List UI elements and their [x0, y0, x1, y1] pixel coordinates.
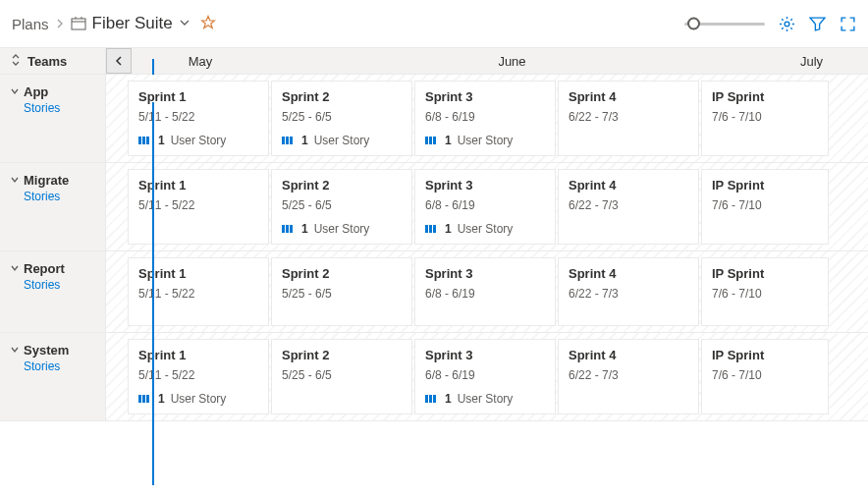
team-stories-link[interactable]: Stories: [24, 359, 97, 373]
teams-column-header[interactable]: Teams: [0, 48, 106, 74]
scroll-left-button[interactable]: [106, 48, 132, 74]
expand-all-icon[interactable]: [10, 54, 22, 69]
work-item-summary[interactable]: 1User Story: [425, 392, 545, 406]
sprint-title: Sprint 1: [138, 178, 258, 193]
sprint-dates: 6/22 - 7/3: [569, 198, 688, 212]
expand-icon[interactable]: [840, 16, 856, 32]
chevron-down-icon[interactable]: [10, 263, 20, 275]
work-item-summary[interactable]: 1User Story: [425, 134, 545, 147]
team-stories-link[interactable]: Stories: [24, 190, 97, 203]
svg-rect-9: [286, 137, 289, 144]
sprint-dates: 6/8 - 6/19: [425, 287, 545, 301]
favorite-star-icon[interactable]: [200, 15, 216, 33]
sprint-title: Sprint 2: [282, 348, 402, 362]
work-item-summary[interactable]: 1User Story: [138, 392, 258, 406]
sprint-card[interactable]: Sprint 15/11 - 5/221User Story: [128, 81, 269, 156]
sprint-card[interactable]: IP Sprint7/6 - 7/10: [701, 81, 829, 156]
header-actions: [684, 14, 856, 33]
user-story-icon: [425, 393, 439, 405]
user-story-icon: [282, 223, 296, 235]
sprint-card[interactable]: IP Sprint7/6 - 7/10: [701, 169, 829, 245]
sprint-card[interactable]: Sprint 25/25 - 6/5: [271, 339, 412, 414]
sprint-card[interactable]: Sprint 46/22 - 7/3: [558, 169, 699, 245]
svg-rect-14: [282, 225, 285, 233]
sprint-card[interactable]: Sprint 25/25 - 6/51User Story: [271, 81, 412, 156]
breadcrumb: Plans Fiber Suite: [12, 14, 684, 33]
user-story-icon: [282, 135, 296, 146]
plan-title[interactable]: Fiber Suite: [92, 14, 173, 33]
sprint-title: Sprint 3: [425, 348, 545, 362]
sprint-card[interactable]: Sprint 25/25 - 6/51User Story: [271, 169, 412, 245]
team-name[interactable]: Report: [10, 261, 97, 276]
work-item-summary[interactable]: 1User Story: [425, 222, 545, 236]
sprint-card[interactable]: IP Sprint7/6 - 7/10: [701, 257, 829, 326]
settings-gear-icon[interactable]: [779, 16, 795, 32]
chevron-down-icon[interactable]: [179, 17, 190, 31]
sprint-card[interactable]: Sprint 25/25 - 6/5: [271, 257, 412, 326]
sprint-title: IP Sprint: [712, 89, 818, 104]
sprint-card[interactable]: Sprint 36/8 - 6/191User Story: [414, 81, 556, 156]
team-stories-link[interactable]: Stories: [24, 278, 97, 292]
team-row: AppStoriesSprint 15/11 - 5/221User Story…: [0, 75, 868, 163]
svg-rect-19: [433, 225, 436, 233]
sprint-dates: 6/22 - 7/3: [569, 287, 688, 301]
user-story-icon: [138, 135, 152, 146]
sprint-title: Sprint 2: [282, 89, 402, 104]
team-row-body: Sprint 15/11 - 5/22Sprint 25/25 - 6/51Us…: [106, 163, 868, 250]
sprint-title: IP Sprint: [712, 348, 818, 362]
sprint-dates: 7/6 - 7/10: [712, 368, 818, 382]
sprint-card[interactable]: Sprint 36/8 - 6/191User Story: [414, 339, 556, 414]
sprint-card[interactable]: Sprint 46/22 - 7/3: [558, 339, 699, 414]
svg-rect-16: [290, 225, 293, 233]
breadcrumb-root[interactable]: Plans: [12, 16, 49, 32]
svg-rect-7: [146, 137, 149, 144]
svg-rect-23: [425, 395, 428, 403]
sprint-card[interactable]: Sprint 46/22 - 7/3: [558, 257, 699, 326]
sprint-title: Sprint 1: [138, 89, 258, 104]
team-name[interactable]: Migrate: [10, 173, 97, 188]
sprint-card[interactable]: IP Sprint7/6 - 7/10: [701, 339, 829, 414]
sprint-card[interactable]: Sprint 15/11 - 5/221User Story: [128, 339, 269, 414]
sprint-card[interactable]: Sprint 15/11 - 5/22: [128, 169, 269, 245]
sprint-title: Sprint 3: [425, 266, 545, 281]
page-header: Plans Fiber Suite: [0, 0, 868, 47]
teams-header-label: Teams: [27, 54, 67, 69]
team-name[interactable]: System: [10, 343, 97, 358]
svg-rect-12: [429, 137, 432, 144]
sprint-dates: 5/11 - 5/22: [138, 110, 258, 124]
work-item-count: 1: [445, 222, 452, 236]
team-row-side: SystemStories: [0, 333, 106, 420]
sprint-dates: 7/6 - 7/10: [712, 198, 818, 212]
chevron-down-icon[interactable]: [10, 345, 20, 357]
work-item-count: 1: [301, 134, 308, 147]
svg-rect-10: [290, 137, 293, 144]
sprint-title: IP Sprint: [712, 178, 818, 193]
work-item-label: User Story: [314, 134, 370, 147]
sprint-card[interactable]: Sprint 46/22 - 7/3: [558, 81, 699, 156]
team-row: MigrateStoriesSprint 15/11 - 5/22Sprint …: [0, 163, 868, 251]
sprint-card[interactable]: Sprint 36/8 - 6/191User Story: [414, 169, 556, 245]
months-header: May June July: [132, 48, 868, 74]
sprint-title: Sprint 4: [569, 89, 688, 104]
svg-rect-20: [138, 395, 141, 403]
svg-rect-13: [433, 137, 436, 144]
user-story-icon: [425, 135, 439, 146]
work-item-label: User Story: [458, 134, 514, 147]
filter-icon[interactable]: [809, 16, 826, 32]
sprint-dates: 6/8 - 6/19: [425, 198, 545, 212]
sprint-dates: 6/22 - 7/3: [569, 110, 688, 124]
zoom-slider[interactable]: [684, 14, 765, 33]
team-stories-link[interactable]: Stories: [24, 101, 97, 115]
sprint-dates: 5/11 - 5/22: [138, 198, 258, 212]
sprint-card[interactable]: Sprint 15/11 - 5/22: [128, 257, 269, 326]
chevron-down-icon[interactable]: [10, 175, 20, 187]
work-item-summary[interactable]: 1User Story: [282, 222, 402, 236]
sprint-card[interactable]: Sprint 36/8 - 6/19: [414, 257, 556, 326]
team-name[interactable]: App: [10, 84, 97, 99]
work-item-summary[interactable]: 1User Story: [138, 134, 258, 147]
work-item-summary[interactable]: 1User Story: [282, 134, 402, 147]
svg-rect-8: [282, 137, 285, 144]
sprint-dates: 5/25 - 6/5: [282, 287, 402, 301]
team-row-body: Sprint 15/11 - 5/221User StorySprint 25/…: [106, 75, 868, 162]
chevron-down-icon[interactable]: [10, 86, 20, 98]
